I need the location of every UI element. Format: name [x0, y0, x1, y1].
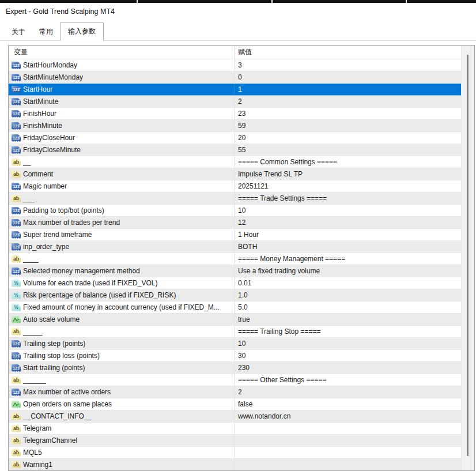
table-row[interactable]: ab__===== Common Settings ===== [9, 156, 462, 168]
param-value[interactable]: www.notandor.cn [235, 410, 462, 422]
table-row[interactable]: 123Super trend timeframe1 Hour [9, 229, 462, 241]
param-value[interactable]: ===== Common Settings ===== [235, 156, 462, 168]
param-value[interactable] [235, 423, 462, 434]
table-row[interactable]: 123Trailing step (points)10 [9, 338, 462, 350]
param-value[interactable]: 1.0 [235, 289, 462, 301]
param-name: Magic number [23, 182, 67, 190]
param-value[interactable]: Impulse Trend SL TP [235, 168, 462, 180]
table-row[interactable]: ab______===== Other Settings ===== [9, 374, 462, 386]
param-value[interactable] [235, 459, 462, 470]
param-value[interactable]: BOTH [235, 241, 462, 253]
table-row[interactable]: 123FridayCloseMinute55 [9, 144, 462, 156]
tab-about[interactable]: 关于 [5, 24, 32, 40]
param-value[interactable]: 10 [235, 205, 462, 216]
column-header-value[interactable]: 赋值 [235, 46, 462, 59]
scrollbar-thumb[interactable] [467, 55, 469, 456]
table-row[interactable]: ab_____===== Trailing Stop ===== [9, 326, 462, 338]
param-value[interactable] [235, 435, 462, 446]
param-name: Volume for each trade (used if FIXED_VOL… [23, 279, 157, 287]
param-name: Max number of active orders [23, 388, 111, 396]
param-value[interactable]: ===== Other Settings ===== [235, 374, 462, 386]
param-value[interactable]: 55 [235, 144, 462, 156]
param-value[interactable]: 0.01 [235, 277, 462, 289]
integer-type-icon: 123 [12, 207, 21, 214]
table-row[interactable]: 123StartMinute2 [9, 96, 462, 108]
param-value[interactable]: 1 [235, 84, 462, 95]
table-row[interactable]: Open orders on same placesfalse [9, 398, 462, 410]
tab-inputs[interactable]: 输入参数 [60, 22, 104, 41]
table-row[interactable]: ab___===== Trade Settings ===== [9, 193, 462, 205]
param-name-cell: Open orders on same places [9, 398, 235, 410]
table-row[interactable]: abMQL5 [9, 447, 462, 459]
integer-type-icon: 123 [12, 62, 21, 69]
param-value[interactable]: true [235, 314, 462, 325]
table-row[interactable]: 123StartHour1 [9, 84, 462, 96]
table-row[interactable]: ½Volume for each trade (used if FIXED_VO… [9, 277, 462, 289]
table-row[interactable]: ab____===== Money Management ===== [9, 253, 462, 265]
table-row[interactable]: 123StartHourMonday3 [9, 59, 462, 71]
param-name: StartHour [23, 85, 52, 93]
table-row[interactable]: 123Start trailing (points)230 [9, 362, 462, 374]
integer-type-icon: 123 [12, 340, 21, 348]
table-row[interactable]: 123Max number of active orders2 [9, 386, 462, 398]
integer-type-icon: 123 [12, 110, 21, 118]
param-value[interactable]: ===== Trade Settings ===== [235, 193, 462, 204]
string-type-icon: ab [12, 159, 21, 166]
param-name-cell: ½Volume for each trade (used if FIXED_VO… [9, 277, 235, 289]
param-value[interactable]: 2 [235, 96, 462, 107]
param-value[interactable]: false [235, 398, 462, 410]
param-value[interactable] [235, 447, 462, 458]
table-row[interactable]: abCommentImpulse Trend SL TP [9, 168, 462, 180]
table-row[interactable]: 123StartMinuteMonday0 [9, 71, 462, 84]
param-value[interactable]: 10 [235, 338, 462, 349]
param-value[interactable]: 59 [235, 120, 462, 131]
tab-common[interactable]: 常用 [32, 24, 60, 40]
table-row[interactable]: abTelegram [9, 423, 462, 435]
param-value[interactable]: 1 Hour [235, 229, 462, 240]
param-value[interactable]: 3 [235, 59, 462, 71]
param-name: MQL5 [23, 449, 42, 457]
table-row[interactable]: ab__CONTACT_INFO__www.notandor.cn [9, 410, 462, 423]
param-name: Max number of trades per trend [23, 218, 120, 227]
table-row[interactable]: 123inp_order_typeBOTH [9, 241, 462, 253]
param-name: Trailing stop loss (points) [23, 352, 100, 360]
table-row[interactable]: ½Risk percentage of balance (used if FIX… [9, 289, 462, 302]
table-row[interactable]: Auto scale volumetrue [9, 314, 462, 326]
string-type-icon: ab [12, 376, 21, 384]
param-value[interactable]: 230 [235, 362, 462, 374]
table-row[interactable]: abWarning1 [9, 459, 462, 471]
table-row[interactable]: 123Padding to top/bot (points)10 [9, 205, 462, 217]
param-value[interactable]: 12 [235, 217, 462, 228]
integer-type-icon: 123 [12, 122, 21, 130]
table-row[interactable]: 123FinishMinute59 [9, 120, 462, 132]
table-row[interactable]: 123FinishHour23 [9, 108, 462, 120]
param-name-cell: abTelegramChannel [9, 435, 235, 446]
vertical-scrollbar[interactable] [461, 46, 474, 470]
param-value[interactable]: 23 [235, 108, 462, 119]
param-name-cell: abWarning1 [9, 459, 235, 470]
param-name: Fixed amount of money in account currenc… [23, 303, 220, 311]
param-value[interactable]: 20251121 [235, 180, 462, 192]
param-value[interactable]: 5.0 [235, 302, 462, 313]
param-value[interactable]: ===== Trailing Stop ===== [235, 326, 462, 337]
param-value[interactable]: ===== Money Management ===== [235, 253, 462, 265]
table-row[interactable]: 123Max number of trades per trend12 [9, 217, 462, 229]
table-row[interactable]: 123FridayCloseHour20 [9, 132, 462, 144]
param-name-cell: abMQL5 [9, 447, 235, 458]
param-value[interactable]: 0 [235, 71, 462, 83]
table-row[interactable]: 123Magic number20251121 [9, 180, 462, 193]
param-value[interactable]: 2 [235, 386, 462, 398]
table-row[interactable]: abTelegramChannel [9, 435, 462, 447]
table-row[interactable]: 123Trailing stop loss (points)30 [9, 350, 462, 362]
param-name: _____ [23, 327, 42, 336]
param-value[interactable]: 20 [235, 132, 462, 144]
parameters-table: 变量 赋值 123StartHourMonday3123StartMinuteM… [8, 45, 475, 471]
param-value[interactable]: Use a fixed trading volume [235, 265, 462, 277]
table-row[interactable]: ½Fixed amount of money in account curren… [9, 302, 462, 314]
param-name: Trailing step (points) [23, 340, 85, 348]
table-row[interactable]: 123Selected money management methodUse a… [9, 265, 462, 277]
param-value[interactable]: 30 [235, 350, 462, 361]
param-name-cell: ½Risk percentage of balance (used if FIX… [9, 289, 235, 301]
param-name: ______ [23, 376, 46, 384]
column-header-variable[interactable]: 变量 [9, 46, 235, 59]
